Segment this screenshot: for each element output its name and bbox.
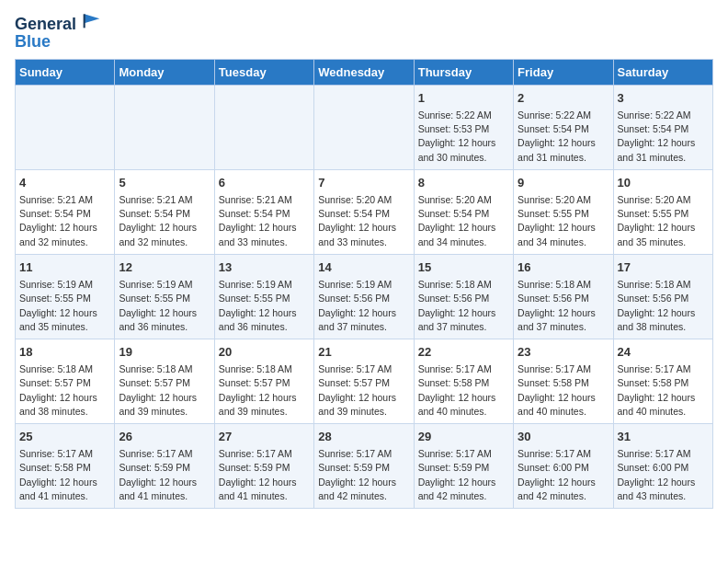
- day-number: 22: [418, 344, 509, 361]
- calendar-cell: 2Sunrise: 5:22 AM Sunset: 5:54 PM Daylig…: [514, 85, 613, 169]
- day-number: 11: [19, 259, 110, 276]
- day-content: Sunrise: 5:17 AM Sunset: 5:59 PM Dayligh…: [318, 447, 409, 503]
- day-header-tuesday: Tuesday: [214, 59, 313, 85]
- day-header-thursday: Thursday: [414, 59, 513, 85]
- day-number: 6: [219, 175, 310, 191]
- logo: General Blue: [15, 15, 101, 52]
- day-number: 27: [219, 429, 310, 445]
- day-number: 18: [19, 344, 110, 361]
- svg-marker-0: [85, 14, 100, 23]
- calendar-cell: 10Sunrise: 5:20 AM Sunset: 5:55 PM Dayli…: [613, 169, 712, 254]
- day-content: Sunrise: 5:18 AM Sunset: 5:57 PM Dayligh…: [219, 362, 310, 419]
- calendar-cell: 27Sunrise: 5:17 AM Sunset: 5:59 PM Dayli…: [214, 424, 313, 509]
- calendar-cell: 6Sunrise: 5:21 AM Sunset: 5:54 PM Daylig…: [214, 169, 313, 254]
- day-number: 23: [518, 344, 609, 361]
- calendar-cell: 4Sunrise: 5:21 AM Sunset: 5:54 PM Daylig…: [16, 169, 115, 254]
- calendar-cell: [16, 85, 115, 169]
- calendar-cell: 12Sunrise: 5:19 AM Sunset: 5:55 PM Dayli…: [115, 254, 214, 339]
- day-number: 25: [19, 429, 110, 445]
- calendar-cell: [115, 85, 214, 169]
- calendar-cell: [214, 85, 313, 169]
- calendar-week-5: 25Sunrise: 5:17 AM Sunset: 5:58 PM Dayli…: [16, 424, 713, 509]
- day-number: 16: [518, 259, 609, 276]
- day-header-wednesday: Wednesday: [314, 59, 414, 85]
- calendar-cell: 7Sunrise: 5:20 AM Sunset: 5:54 PM Daylig…: [314, 169, 414, 254]
- day-number: 15: [418, 259, 509, 276]
- day-number: 20: [219, 344, 310, 361]
- day-number: 21: [318, 344, 409, 361]
- calendar-cell: 5Sunrise: 5:21 AM Sunset: 5:54 PM Daylig…: [115, 169, 214, 254]
- calendar-cell: 13Sunrise: 5:19 AM Sunset: 5:55 PM Dayli…: [214, 254, 313, 339]
- day-content: Sunrise: 5:18 AM Sunset: 5:57 PM Dayligh…: [119, 362, 210, 419]
- logo-flag-icon: [83, 11, 101, 29]
- calendar-cell: 20Sunrise: 5:18 AM Sunset: 5:57 PM Dayli…: [214, 339, 313, 423]
- calendar-cell: 28Sunrise: 5:17 AM Sunset: 5:59 PM Dayli…: [314, 424, 414, 509]
- calendar-cell: 15Sunrise: 5:18 AM Sunset: 5:56 PM Dayli…: [414, 254, 513, 339]
- day-number: 1: [418, 90, 509, 107]
- calendar-table: SundayMondayTuesdayWednesdayThursdayFrid…: [15, 59, 713, 509]
- day-number: 3: [618, 90, 709, 107]
- calendar-cell: 30Sunrise: 5:17 AM Sunset: 6:00 PM Dayli…: [514, 424, 613, 509]
- logo-blue: Blue: [15, 32, 101, 52]
- calendar-cell: 24Sunrise: 5:17 AM Sunset: 5:58 PM Dayli…: [613, 339, 712, 423]
- day-number: 8: [418, 175, 509, 191]
- calendar-cell: [314, 85, 414, 169]
- day-content: Sunrise: 5:17 AM Sunset: 5:57 PM Dayligh…: [318, 362, 409, 419]
- day-content: Sunrise: 5:20 AM Sunset: 5:55 PM Dayligh…: [518, 193, 609, 249]
- day-content: Sunrise: 5:17 AM Sunset: 5:58 PM Dayligh…: [518, 362, 609, 419]
- day-header-monday: Monday: [115, 59, 214, 85]
- day-content: Sunrise: 5:17 AM Sunset: 6:00 PM Dayligh…: [618, 447, 709, 503]
- day-header-sunday: Sunday: [16, 59, 115, 85]
- day-content: Sunrise: 5:21 AM Sunset: 5:54 PM Dayligh…: [119, 193, 210, 249]
- day-content: Sunrise: 5:22 AM Sunset: 5:54 PM Dayligh…: [518, 109, 609, 165]
- day-content: Sunrise: 5:20 AM Sunset: 5:54 PM Dayligh…: [418, 193, 509, 249]
- day-number: 24: [618, 344, 709, 361]
- calendar-week-1: 1Sunrise: 5:22 AM Sunset: 5:53 PM Daylig…: [16, 85, 713, 169]
- logo-text: General: [15, 15, 101, 34]
- calendar-cell: 3Sunrise: 5:22 AM Sunset: 5:54 PM Daylig…: [613, 85, 712, 169]
- calendar-cell: 29Sunrise: 5:17 AM Sunset: 5:59 PM Dayli…: [414, 424, 513, 509]
- calendar-cell: 26Sunrise: 5:17 AM Sunset: 5:59 PM Dayli…: [115, 424, 214, 509]
- day-content: Sunrise: 5:17 AM Sunset: 5:59 PM Dayligh…: [418, 447, 509, 503]
- calendar-week-4: 18Sunrise: 5:18 AM Sunset: 5:57 PM Dayli…: [16, 339, 713, 423]
- calendar-cell: 8Sunrise: 5:20 AM Sunset: 5:54 PM Daylig…: [414, 169, 513, 254]
- day-content: Sunrise: 5:19 AM Sunset: 5:55 PM Dayligh…: [119, 278, 210, 334]
- calendar-cell: 19Sunrise: 5:18 AM Sunset: 5:57 PM Dayli…: [115, 339, 214, 423]
- calendar-cell: 25Sunrise: 5:17 AM Sunset: 5:58 PM Dayli…: [16, 424, 115, 509]
- calendar-cell: 16Sunrise: 5:18 AM Sunset: 5:56 PM Dayli…: [514, 254, 613, 339]
- day-number: 13: [219, 259, 310, 276]
- day-number: 28: [318, 429, 409, 445]
- day-content: Sunrise: 5:21 AM Sunset: 5:54 PM Dayligh…: [19, 193, 110, 249]
- day-content: Sunrise: 5:17 AM Sunset: 5:59 PM Dayligh…: [219, 447, 310, 503]
- day-content: Sunrise: 5:18 AM Sunset: 5:57 PM Dayligh…: [19, 362, 110, 419]
- calendar-cell: 17Sunrise: 5:18 AM Sunset: 5:56 PM Dayli…: [613, 254, 712, 339]
- day-number: 5: [119, 175, 210, 191]
- day-number: 26: [119, 429, 210, 445]
- day-content: Sunrise: 5:19 AM Sunset: 5:56 PM Dayligh…: [318, 278, 409, 334]
- calendar-cell: 31Sunrise: 5:17 AM Sunset: 6:00 PM Dayli…: [613, 424, 712, 509]
- day-content: Sunrise: 5:17 AM Sunset: 5:58 PM Dayligh…: [418, 362, 509, 419]
- day-content: Sunrise: 5:22 AM Sunset: 5:54 PM Dayligh…: [618, 109, 709, 165]
- calendar-cell: 22Sunrise: 5:17 AM Sunset: 5:58 PM Dayli…: [414, 339, 513, 423]
- calendar-week-3: 11Sunrise: 5:19 AM Sunset: 5:55 PM Dayli…: [16, 254, 713, 339]
- calendar-cell: 9Sunrise: 5:20 AM Sunset: 5:55 PM Daylig…: [514, 169, 613, 254]
- day-number: 17: [618, 259, 709, 276]
- calendar-cell: 21Sunrise: 5:17 AM Sunset: 5:57 PM Dayli…: [314, 339, 414, 423]
- day-content: Sunrise: 5:18 AM Sunset: 5:56 PM Dayligh…: [418, 278, 509, 334]
- day-content: Sunrise: 5:20 AM Sunset: 5:54 PM Dayligh…: [318, 193, 409, 249]
- day-content: Sunrise: 5:17 AM Sunset: 6:00 PM Dayligh…: [518, 447, 609, 503]
- calendar-header: SundayMondayTuesdayWednesdayThursdayFrid…: [16, 59, 713, 85]
- day-content: Sunrise: 5:18 AM Sunset: 5:56 PM Dayligh…: [618, 278, 709, 334]
- day-number: 7: [318, 175, 409, 191]
- day-content: Sunrise: 5:19 AM Sunset: 5:55 PM Dayligh…: [19, 278, 110, 334]
- day-content: Sunrise: 5:17 AM Sunset: 5:59 PM Dayligh…: [119, 447, 210, 503]
- page-header: General Blue: [15, 15, 713, 52]
- calendar-cell: 11Sunrise: 5:19 AM Sunset: 5:55 PM Dayli…: [16, 254, 115, 339]
- day-content: Sunrise: 5:17 AM Sunset: 5:58 PM Dayligh…: [618, 362, 709, 419]
- day-content: Sunrise: 5:21 AM Sunset: 5:54 PM Dayligh…: [219, 193, 310, 249]
- day-number: 9: [518, 175, 609, 191]
- day-content: Sunrise: 5:22 AM Sunset: 5:53 PM Dayligh…: [418, 109, 509, 165]
- day-content: Sunrise: 5:17 AM Sunset: 5:58 PM Dayligh…: [19, 447, 110, 503]
- day-number: 10: [618, 175, 709, 191]
- day-number: 30: [518, 429, 609, 445]
